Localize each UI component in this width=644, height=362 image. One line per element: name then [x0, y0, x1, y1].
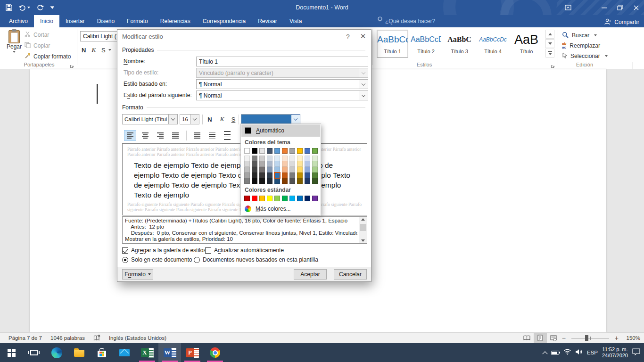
standard-color-2[interactable]	[259, 196, 265, 201]
file-explorer-button[interactable]	[68, 343, 91, 362]
action-center-icon[interactable]	[632, 348, 640, 357]
powerpoint-taskbar-button[interactable]: P	[181, 343, 204, 362]
tab-insertar[interactable]: Insertar	[59, 15, 91, 27]
tab-correspondencia[interactable]: Correspondencia	[197, 15, 252, 27]
theme-variant-7-1[interactable]	[297, 161, 303, 167]
scroll-up-icon[interactable]	[361, 218, 365, 221]
theme-variant-0-2[interactable]	[244, 167, 250, 173]
standard-color-9[interactable]	[312, 196, 318, 201]
standard-color-4[interactable]	[274, 196, 280, 201]
style-name-input[interactable]	[196, 57, 368, 66]
proofing-status-icon[interactable]	[93, 335, 100, 341]
theme-variant-2-1[interactable]	[259, 161, 265, 167]
theme-variant-5-3[interactable]	[282, 173, 288, 178]
theme-variant-0-4[interactable]	[244, 178, 250, 184]
theme-color-8[interactable]	[305, 148, 310, 154]
based-on-dropdown[interactable]: ¶ Normal	[196, 79, 368, 89]
word-count[interactable]: 1046 palabras	[50, 335, 85, 341]
style-título-4[interactable]: AaBbCcDcTítulo 4	[477, 30, 509, 58]
theme-variant-7-4[interactable]	[297, 178, 303, 184]
align-center-button[interactable]	[139, 130, 151, 141]
theme-variant-4-0[interactable]	[274, 156, 280, 161]
theme-variant-6-0[interactable]	[289, 156, 295, 161]
restore-button[interactable]	[612, 0, 628, 15]
tab-diseño[interactable]: Diseño	[91, 15, 121, 27]
aceptar-button[interactable]: Aceptar	[294, 269, 327, 280]
theme-variant-1-3[interactable]	[252, 173, 257, 178]
theme-variant-4-1[interactable]	[274, 161, 280, 167]
theme-variant-9-4[interactable]	[312, 178, 318, 184]
tab-vista[interactable]: Vista	[283, 15, 308, 27]
chrome-taskbar-button[interactable]	[204, 343, 226, 362]
italic-button[interactable]: K	[91, 46, 96, 54]
language-indicator[interactable]: Inglés (Estados Unidos)	[109, 335, 166, 341]
dialog-close-icon[interactable]: ✕	[356, 30, 370, 44]
zoom-slider[interactable]	[571, 338, 609, 338]
tab-revisar[interactable]: Revisar	[252, 15, 283, 27]
theme-color-4[interactable]	[274, 148, 280, 154]
ribbon-display-options-icon[interactable]	[560, 0, 576, 15]
radio-unselected-icon[interactable]	[194, 257, 200, 263]
theme-color-9[interactable]	[312, 148, 318, 154]
page-indicator[interactable]: Página 7 de 7	[8, 335, 42, 341]
zoom-in-icon[interactable]: +	[613, 334, 620, 342]
description-scrollbar[interactable]	[359, 217, 367, 243]
dialog-italic-button[interactable]: K	[216, 114, 228, 124]
underline-button[interactable]: S	[101, 47, 106, 54]
standard-color-3[interactable]	[267, 196, 272, 201]
theme-variant-1-0[interactable]	[252, 156, 257, 161]
formato-button[interactable]: Formato	[122, 269, 153, 280]
theme-variant-8-1[interactable]	[305, 161, 310, 167]
radio-selected-icon[interactable]	[122, 257, 128, 263]
cut-button[interactable]: Cortar	[25, 31, 49, 39]
theme-variant-9-3[interactable]	[312, 173, 318, 178]
theme-variant-0-3[interactable]	[244, 173, 250, 178]
collapse-ribbon-icon[interactable]	[633, 62, 637, 66]
align-left-button[interactable]	[124, 130, 136, 141]
style-título[interactable]: AaBTítulo	[511, 30, 542, 58]
tell-me-box[interactable]: ¿Qué desea hacer?	[372, 15, 440, 27]
selected-color-swatch[interactable]	[274, 173, 280, 178]
theme-variant-3-2[interactable]	[267, 167, 272, 173]
theme-variant-5-4[interactable]	[282, 178, 288, 184]
wifi-icon[interactable]	[563, 348, 571, 357]
align-right-button[interactable]	[154, 130, 166, 141]
standard-color-0[interactable]	[244, 196, 250, 201]
standard-color-8[interactable]	[305, 196, 310, 201]
more-colors-item[interactable]: Más colores...	[241, 203, 321, 213]
excel-taskbar-button[interactable]: X	[136, 343, 158, 362]
dialog-bold-button[interactable]: N	[204, 114, 215, 124]
tab-inicio[interactable]: Inicio	[34, 15, 59, 27]
theme-color-6[interactable]	[289, 148, 295, 154]
font-color-button[interactable]	[241, 114, 301, 124]
theme-color-3[interactable]	[267, 148, 272, 154]
checkbox-checked-icon[interactable]	[122, 247, 128, 254]
gallery-more-styles-icon[interactable]	[545, 49, 554, 58]
zoom-level[interactable]: 150%	[620, 335, 640, 341]
theme-variant-2-3[interactable]	[259, 173, 265, 178]
word-taskbar-button[interactable]: W	[158, 343, 181, 362]
theme-variant-8-0[interactable]	[305, 156, 310, 161]
theme-variant-8-2[interactable]	[305, 167, 310, 173]
theme-variant-1-4[interactable]	[252, 178, 257, 184]
automatic-color-item[interactable]: Automático	[241, 124, 320, 137]
style-título-1[interactable]: AaBbCcTítulo 1	[377, 30, 408, 58]
theme-variant-0-1[interactable]	[244, 161, 250, 167]
dialog-font-name-combo[interactable]: Calibri Light (Títul	[122, 114, 178, 124]
start-button[interactable]	[0, 343, 23, 362]
theme-variant-8-3[interactable]	[305, 173, 310, 178]
theme-variant-9-2[interactable]	[312, 167, 318, 173]
replace-button[interactable]: abac Reemplazar	[562, 41, 608, 51]
style-título-3[interactable]: AaBbCTítulo 3	[444, 30, 475, 58]
theme-variant-3-0[interactable]	[267, 156, 272, 161]
theme-variant-5-2[interactable]	[282, 167, 288, 173]
theme-variant-4-2[interactable]	[274, 167, 280, 173]
web-layout-icon[interactable]	[547, 333, 560, 343]
theme-color-1[interactable]	[252, 148, 257, 154]
theme-variant-6-2[interactable]	[289, 167, 295, 173]
theme-variant-1-1[interactable]	[252, 161, 257, 167]
tab-archivo[interactable]: Archivo	[3, 15, 34, 27]
add-to-gallery-checkbox[interactable]: Agregar a la galería de estilos	[122, 247, 206, 254]
styles-dialog-launcher-icon[interactable]	[551, 62, 556, 67]
theme-variant-2-0[interactable]	[259, 156, 265, 161]
